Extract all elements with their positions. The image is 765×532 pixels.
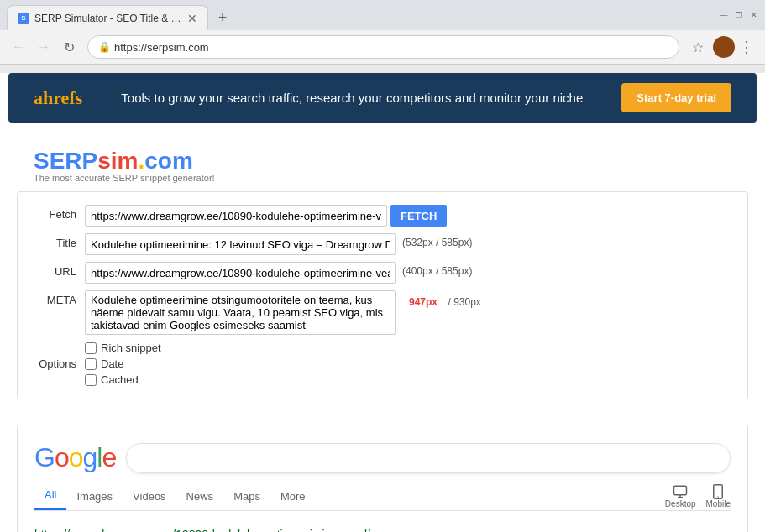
- title-label: Title: [34, 233, 85, 249]
- google-nav: All Images Videos News Maps More Desktop…: [34, 482, 731, 511]
- desktop-icon: [673, 484, 688, 499]
- mobile-label: Mobile: [706, 499, 731, 509]
- svg-point-4: [718, 496, 720, 498]
- lock-icon: 🔒: [98, 41, 111, 53]
- window-controls: — ❒ ✕: [720, 0, 765, 30]
- date-label: Date: [101, 357, 123, 370]
- bookmark-button[interactable]: ☆: [686, 35, 710, 59]
- meta-label: META: [34, 290, 85, 306]
- logo-sim: sim: [97, 148, 138, 174]
- meta-pixel-total: / 930px: [448, 293, 480, 308]
- rich-snippet-checkbox[interactable]: [85, 342, 97, 354]
- logo-com: com: [144, 148, 193, 174]
- address-bar[interactable]: [114, 41, 668, 54]
- nav-news[interactable]: News: [176, 483, 224, 509]
- logo-tagline: The most accurate SERP snippet generator…: [34, 173, 215, 183]
- desktop-icon-wrap[interactable]: Desktop: [665, 484, 696, 509]
- mobile-icon: [712, 484, 724, 499]
- url-input[interactable]: [85, 262, 396, 284]
- meta-pixel-current: 947px: [409, 293, 438, 308]
- meta-textarea[interactable]: Kodulehe optimeerimine otsingumootoritel…: [85, 290, 396, 335]
- site-logo: SERPsim.com The most accurate SERP snipp…: [17, 139, 232, 183]
- cached-label: Cached: [101, 373, 139, 386]
- fetch-label: Fetch: [34, 205, 85, 221]
- chrome-menu-button[interactable]: ⋮: [735, 35, 758, 59]
- forward-button[interactable]: →: [32, 35, 55, 59]
- google-search-bar[interactable]: [126, 443, 731, 473]
- close-button[interactable]: ✕: [750, 11, 758, 19]
- meta-row: META Kodulehe optimeerimine otsingumooto…: [34, 290, 731, 335]
- ad-text: Tools to grow your search traffic, resea…: [82, 89, 621, 107]
- rich-snippet-label: Rich snippet: [101, 342, 161, 354]
- url-pixel-info: (400px / 585px): [402, 262, 472, 277]
- logo-serp: SERP: [34, 148, 97, 174]
- tab-close-button[interactable]: ✕: [187, 13, 197, 24]
- options-list: Rich snippet Date Cached: [85, 342, 161, 386]
- back-button[interactable]: ←: [7, 35, 30, 59]
- ad-banner: ahrefs Tools to grow your search traffic…: [8, 73, 757, 123]
- option-cached[interactable]: Cached: [85, 373, 161, 386]
- options-row: Options Rich snippet Date Cached: [34, 342, 731, 386]
- form-panel: Fetch FETCH Title (532px / 585px) URL: [17, 191, 748, 399]
- browser-tab[interactable]: S SERP Simulator - SEO Title & Me... ✕: [7, 5, 208, 30]
- fetch-row: Fetch FETCH: [34, 205, 731, 227]
- url-row: URL (400px / 585px): [34, 262, 731, 284]
- desktop-label: Desktop: [665, 499, 696, 509]
- mobile-icon-wrap[interactable]: Mobile: [706, 484, 731, 509]
- address-bar-container: 🔒: [87, 35, 679, 59]
- option-date[interactable]: Date: [85, 357, 161, 370]
- tab-favicon: S: [18, 13, 29, 24]
- google-logo: Google: [34, 442, 116, 473]
- title-input[interactable]: [85, 233, 396, 255]
- new-tab-button[interactable]: +: [212, 7, 233, 29]
- restore-button[interactable]: ❒: [735, 11, 743, 19]
- result-url: https://www.dreamgrow.ee/10890-kodulehe-…: [34, 528, 731, 532]
- ad-brand: ahrefs: [34, 87, 82, 109]
- minimize-button[interactable]: —: [720, 11, 728, 19]
- nav-more[interactable]: More: [270, 483, 316, 509]
- svg-rect-0: [674, 486, 687, 495]
- user-avatar[interactable]: [713, 36, 735, 58]
- reload-button[interactable]: ↻: [57, 35, 81, 59]
- device-icons: Desktop Mobile: [665, 484, 731, 509]
- url-label: URL: [34, 262, 85, 278]
- nav-images[interactable]: Images: [66, 483, 123, 509]
- cached-checkbox[interactable]: [85, 374, 97, 386]
- nav-videos[interactable]: Videos: [123, 483, 176, 509]
- date-checkbox[interactable]: [85, 358, 97, 370]
- search-result: https://www.dreamgrow.ee/10890-kodulehe-…: [34, 524, 731, 532]
- option-rich-snippet[interactable]: Rich snippet: [85, 342, 161, 354]
- options-label: Options: [34, 357, 85, 370]
- nav-maps[interactable]: Maps: [223, 483, 270, 509]
- google-preview-panel: Google All Images Videos News Maps More …: [17, 425, 748, 532]
- title-row: Title (532px / 585px): [34, 233, 731, 255]
- fetch-input[interactable]: [85, 205, 387, 227]
- title-pixel-info: (532px / 585px): [402, 233, 472, 248]
- ad-cta-button[interactable]: Start 7-day trial: [621, 83, 731, 112]
- nav-all[interactable]: All: [34, 482, 66, 510]
- tab-title: SERP Simulator - SEO Title & Me...: [34, 13, 182, 24]
- fetch-button[interactable]: FETCH: [390, 205, 447, 227]
